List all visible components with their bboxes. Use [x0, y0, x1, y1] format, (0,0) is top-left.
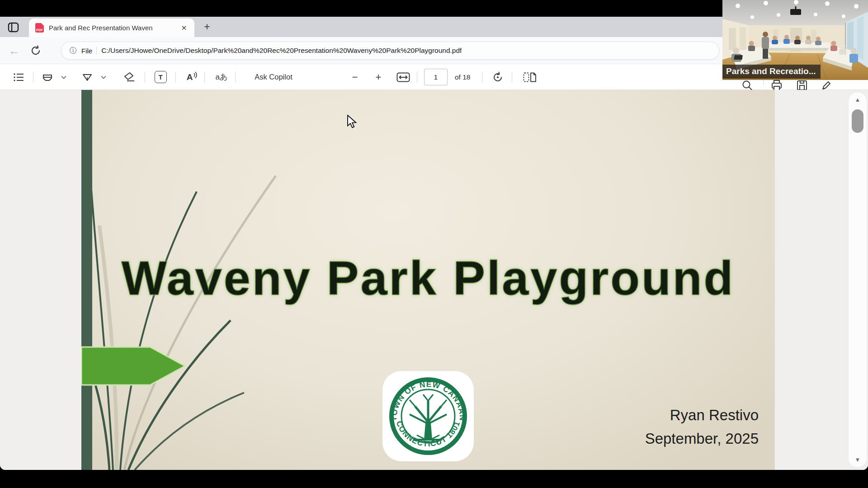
- tab-actions-menu-button[interactable]: [7, 21, 19, 33]
- pdf-viewer-area: Waveny Park Playground TOWN OF NEW CANAA…: [0, 90, 868, 470]
- url-text: C:/Users/JHowe/OneDrive/Desktop/Park%20a…: [101, 47, 462, 55]
- grass-decoration: [81, 149, 289, 470]
- add-text-button[interactable]: T: [154, 64, 167, 90]
- back-button[interactable]: ←: [7, 44, 21, 57]
- address-bar[interactable]: ⓘ File C:/Users/JHowe/OneDrive/Desktop/P…: [61, 42, 719, 60]
- draw-button[interactable]: [80, 64, 94, 90]
- page-number-input[interactable]: 1: [424, 69, 448, 85]
- highlight-button[interactable]: [41, 64, 54, 90]
- table-of-contents-button[interactable]: [12, 64, 25, 90]
- save-icon: [796, 80, 808, 91]
- translate-button[interactable]: aあ: [212, 64, 231, 90]
- add-text-icon: T: [155, 71, 167, 83]
- edit-pen-icon: [821, 80, 832, 91]
- pdf-page-canvas[interactable]: Waveny Park Playground TOWN OF NEW CANAA…: [81, 90, 775, 470]
- pdf-favicon-icon: PDF: [35, 23, 44, 33]
- refresh-button[interactable]: [30, 45, 42, 56]
- tab-actions-icon: [7, 21, 19, 33]
- translate-icon: aあ: [216, 72, 228, 82]
- draw-options-button[interactable]: [99, 64, 108, 90]
- page-view-button[interactable]: [522, 64, 538, 90]
- slide-author: Ryan Restivo: [645, 406, 759, 424]
- page-info-icon[interactable]: ⓘ: [70, 46, 77, 56]
- vertical-scrollbar[interactable]: ▲ ▼: [848, 92, 867, 468]
- scrollbar-thumb[interactable]: [852, 109, 863, 133]
- read-aloud-button[interactable]: A: [184, 64, 202, 90]
- pen-icon: [81, 71, 93, 83]
- highlight-options-button[interactable]: [60, 64, 68, 90]
- refresh-icon: [30, 45, 42, 56]
- page-count-label: of 18: [455, 64, 470, 90]
- chevron-down-icon: [101, 75, 106, 79]
- town-seal-logo: TOWN OF NEW CANAAN CONNECTICUT 1801: [382, 371, 474, 461]
- rotate-icon: [491, 71, 504, 84]
- browser-window: PDF Park and Rec Presentation Waven ✕ + …: [0, 17, 868, 470]
- search-icon: [741, 80, 753, 91]
- slide-date: September, 2025: [645, 430, 759, 448]
- address-divider: [96, 47, 97, 55]
- highlighter-icon: [42, 71, 53, 83]
- scroll-up-button[interactable]: ▲: [849, 96, 867, 103]
- meeting-video-overlay[interactable]: Parks and Recreatio...: [722, 0, 868, 80]
- ask-copilot-button[interactable]: Ask Copilot: [246, 64, 301, 90]
- read-aloud-icon: A: [187, 72, 193, 82]
- browser-tab[interactable]: PDF Park and Rec Presentation Waven ✕: [29, 19, 194, 37]
- new-tab-button[interactable]: +: [201, 20, 213, 33]
- video-participant-label: Parks and Recreatio...: [722, 65, 821, 79]
- slide-title: Waveny Park Playground: [81, 251, 775, 305]
- eraser-icon: [123, 71, 136, 83]
- page-view-icon: [523, 72, 537, 83]
- url-scheme-label: File: [81, 47, 92, 55]
- erase-button[interactable]: [122, 64, 137, 90]
- fit-to-width-button[interactable]: [395, 64, 411, 90]
- tab-title: Park and Rec Presentation Waven: [49, 24, 176, 32]
- scroll-down-button[interactable]: ▼: [849, 456, 867, 463]
- sound-waves-icon: [193, 71, 198, 80]
- zoom-out-button[interactable]: −: [348, 64, 362, 90]
- zoom-in-button[interactable]: +: [372, 64, 385, 90]
- rotate-button[interactable]: [490, 64, 505, 90]
- chevron-down-icon: [61, 75, 66, 79]
- tab-close-button[interactable]: ✕: [179, 23, 189, 33]
- fit-to-width-icon: [396, 72, 410, 82]
- green-arrow-shape: [81, 346, 187, 386]
- table-of-contents-icon: [13, 72, 24, 82]
